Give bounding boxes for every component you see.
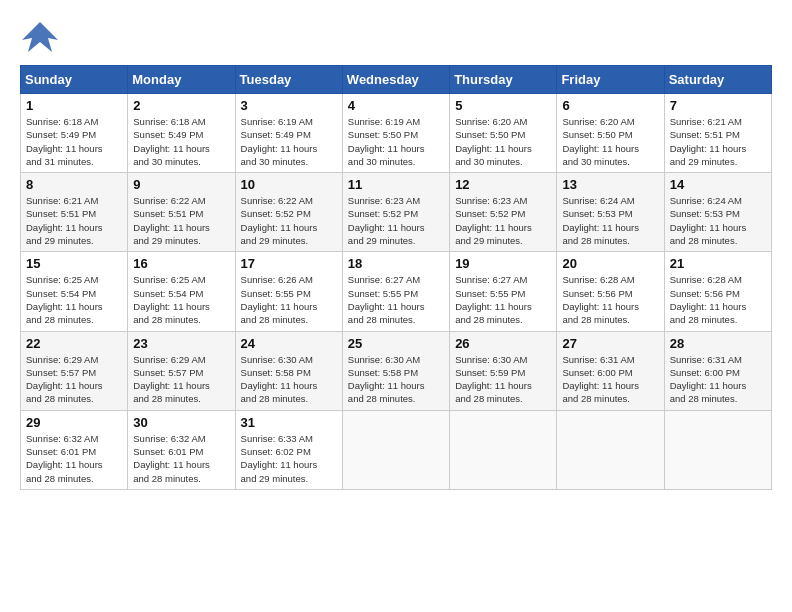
calendar-dow-thursday: Thursday [450,66,557,94]
calendar-cell [342,410,449,489]
day-number: 2 [133,98,229,113]
day-info: Sunrise: 6:27 AMSunset: 5:55 PMDaylight:… [455,273,551,326]
calendar-cell: 30Sunrise: 6:32 AMSunset: 6:01 PMDayligh… [128,410,235,489]
calendar-cell [664,410,771,489]
calendar-week-1: 1Sunrise: 6:18 AMSunset: 5:49 PMDaylight… [21,94,772,173]
day-number: 4 [348,98,444,113]
calendar-cell: 29Sunrise: 6:32 AMSunset: 6:01 PMDayligh… [21,410,128,489]
day-info: Sunrise: 6:26 AMSunset: 5:55 PMDaylight:… [241,273,337,326]
day-number: 6 [562,98,658,113]
day-number: 25 [348,336,444,351]
day-info: Sunrise: 6:28 AMSunset: 5:56 PMDaylight:… [562,273,658,326]
day-info: Sunrise: 6:31 AMSunset: 6:00 PMDaylight:… [562,353,658,406]
calendar-cell: 17Sunrise: 6:26 AMSunset: 5:55 PMDayligh… [235,252,342,331]
calendar-cell: 31Sunrise: 6:33 AMSunset: 6:02 PMDayligh… [235,410,342,489]
calendar-dow-saturday: Saturday [664,66,771,94]
day-info: Sunrise: 6:21 AMSunset: 5:51 PMDaylight:… [670,115,766,168]
calendar-header-row: SundayMondayTuesdayWednesdayThursdayFrid… [21,66,772,94]
calendar-cell: 28Sunrise: 6:31 AMSunset: 6:00 PMDayligh… [664,331,771,410]
day-number: 10 [241,177,337,192]
calendar-cell: 22Sunrise: 6:29 AMSunset: 5:57 PMDayligh… [21,331,128,410]
day-info: Sunrise: 6:23 AMSunset: 5:52 PMDaylight:… [348,194,444,247]
day-number: 13 [562,177,658,192]
calendar-cell: 6Sunrise: 6:20 AMSunset: 5:50 PMDaylight… [557,94,664,173]
day-number: 14 [670,177,766,192]
calendar-cell [557,410,664,489]
day-info: Sunrise: 6:29 AMSunset: 5:57 PMDaylight:… [133,353,229,406]
day-number: 27 [562,336,658,351]
logo [20,20,64,55]
day-number: 3 [241,98,337,113]
day-number: 31 [241,415,337,430]
calendar-cell: 12Sunrise: 6:23 AMSunset: 5:52 PMDayligh… [450,173,557,252]
day-number: 24 [241,336,337,351]
day-number: 19 [455,256,551,271]
calendar-cell: 27Sunrise: 6:31 AMSunset: 6:00 PMDayligh… [557,331,664,410]
day-info: Sunrise: 6:30 AMSunset: 5:59 PMDaylight:… [455,353,551,406]
calendar-week-2: 8Sunrise: 6:21 AMSunset: 5:51 PMDaylight… [21,173,772,252]
day-info: Sunrise: 6:20 AMSunset: 5:50 PMDaylight:… [455,115,551,168]
day-info: Sunrise: 6:29 AMSunset: 5:57 PMDaylight:… [26,353,122,406]
calendar-cell: 4Sunrise: 6:19 AMSunset: 5:50 PMDaylight… [342,94,449,173]
calendar-cell: 26Sunrise: 6:30 AMSunset: 5:59 PMDayligh… [450,331,557,410]
calendar-cell: 3Sunrise: 6:19 AMSunset: 5:49 PMDaylight… [235,94,342,173]
calendar-week-4: 22Sunrise: 6:29 AMSunset: 5:57 PMDayligh… [21,331,772,410]
calendar-cell: 19Sunrise: 6:27 AMSunset: 5:55 PMDayligh… [450,252,557,331]
calendar-cell: 23Sunrise: 6:29 AMSunset: 5:57 PMDayligh… [128,331,235,410]
calendar-dow-sunday: Sunday [21,66,128,94]
day-info: Sunrise: 6:32 AMSunset: 6:01 PMDaylight:… [133,432,229,485]
day-info: Sunrise: 6:20 AMSunset: 5:50 PMDaylight:… [562,115,658,168]
calendar-cell: 24Sunrise: 6:30 AMSunset: 5:58 PMDayligh… [235,331,342,410]
svg-marker-0 [22,22,58,52]
day-info: Sunrise: 6:21 AMSunset: 5:51 PMDaylight:… [26,194,122,247]
calendar-cell: 16Sunrise: 6:25 AMSunset: 5:54 PMDayligh… [128,252,235,331]
day-info: Sunrise: 6:31 AMSunset: 6:00 PMDaylight:… [670,353,766,406]
day-number: 15 [26,256,122,271]
day-number: 17 [241,256,337,271]
calendar-cell: 21Sunrise: 6:28 AMSunset: 5:56 PMDayligh… [664,252,771,331]
calendar-cell: 18Sunrise: 6:27 AMSunset: 5:55 PMDayligh… [342,252,449,331]
calendar-cell: 2Sunrise: 6:18 AMSunset: 5:49 PMDaylight… [128,94,235,173]
day-number: 23 [133,336,229,351]
calendar-cell: 5Sunrise: 6:20 AMSunset: 5:50 PMDaylight… [450,94,557,173]
day-info: Sunrise: 6:25 AMSunset: 5:54 PMDaylight:… [26,273,122,326]
day-info: Sunrise: 6:18 AMSunset: 5:49 PMDaylight:… [26,115,122,168]
day-info: Sunrise: 6:18 AMSunset: 5:49 PMDaylight:… [133,115,229,168]
day-number: 26 [455,336,551,351]
day-info: Sunrise: 6:32 AMSunset: 6:01 PMDaylight:… [26,432,122,485]
day-info: Sunrise: 6:30 AMSunset: 5:58 PMDaylight:… [348,353,444,406]
calendar-cell: 9Sunrise: 6:22 AMSunset: 5:51 PMDaylight… [128,173,235,252]
calendar-cell: 14Sunrise: 6:24 AMSunset: 5:53 PMDayligh… [664,173,771,252]
day-number: 18 [348,256,444,271]
calendar-dow-wednesday: Wednesday [342,66,449,94]
day-number: 29 [26,415,122,430]
day-info: Sunrise: 6:25 AMSunset: 5:54 PMDaylight:… [133,273,229,326]
calendar-cell: 8Sunrise: 6:21 AMSunset: 5:51 PMDaylight… [21,173,128,252]
calendar-dow-tuesday: Tuesday [235,66,342,94]
calendar-table: SundayMondayTuesdayWednesdayThursdayFrid… [20,65,772,490]
day-info: Sunrise: 6:28 AMSunset: 5:56 PMDaylight:… [670,273,766,326]
day-number: 11 [348,177,444,192]
day-info: Sunrise: 6:22 AMSunset: 5:52 PMDaylight:… [241,194,337,247]
page-header [20,20,772,55]
day-number: 1 [26,98,122,113]
calendar-cell: 15Sunrise: 6:25 AMSunset: 5:54 PMDayligh… [21,252,128,331]
day-info: Sunrise: 6:24 AMSunset: 5:53 PMDaylight:… [670,194,766,247]
day-number: 21 [670,256,766,271]
day-info: Sunrise: 6:27 AMSunset: 5:55 PMDaylight:… [348,273,444,326]
calendar-dow-friday: Friday [557,66,664,94]
calendar-cell: 10Sunrise: 6:22 AMSunset: 5:52 PMDayligh… [235,173,342,252]
calendar-cell [450,410,557,489]
day-info: Sunrise: 6:33 AMSunset: 6:02 PMDaylight:… [241,432,337,485]
day-number: 30 [133,415,229,430]
day-number: 16 [133,256,229,271]
day-number: 8 [26,177,122,192]
day-number: 7 [670,98,766,113]
calendar-cell: 25Sunrise: 6:30 AMSunset: 5:58 PMDayligh… [342,331,449,410]
day-number: 20 [562,256,658,271]
day-number: 12 [455,177,551,192]
calendar-cell: 1Sunrise: 6:18 AMSunset: 5:49 PMDaylight… [21,94,128,173]
calendar-week-5: 29Sunrise: 6:32 AMSunset: 6:01 PMDayligh… [21,410,772,489]
calendar-cell: 11Sunrise: 6:23 AMSunset: 5:52 PMDayligh… [342,173,449,252]
calendar-cell: 20Sunrise: 6:28 AMSunset: 5:56 PMDayligh… [557,252,664,331]
